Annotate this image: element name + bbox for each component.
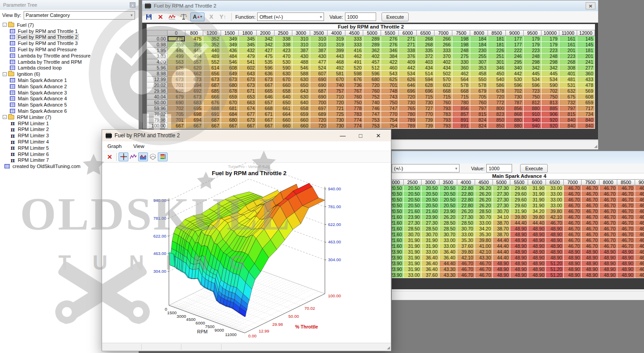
close-icon[interactable]: ❌︎ bbox=[586, 2, 595, 9]
column-header[interactable]: 11000 bbox=[559, 30, 577, 36]
table-cell[interactable]: 23.90 bbox=[391, 249, 403, 255]
table-cell[interactable]: 723 bbox=[523, 88, 541, 94]
table-cell[interactable]: 33.00 bbox=[546, 197, 564, 203]
table-cell[interactable]: 31.90 bbox=[421, 243, 439, 249]
column-header[interactable]: 8500 bbox=[617, 180, 635, 185]
table-cell[interactable]: 628 bbox=[417, 82, 435, 88]
table-cell[interactable]: 46.70 bbox=[599, 220, 617, 226]
column-header[interactable]: 4500 bbox=[475, 180, 492, 185]
table-cell[interactable]: 780 bbox=[452, 100, 470, 106]
table-cell[interactable]: 646 bbox=[399, 82, 417, 88]
table-cell[interactable]: 48.90 bbox=[546, 255, 564, 261]
row-header[interactable]: 5.96 bbox=[147, 65, 168, 71]
table-cell[interactable]: 20.50 bbox=[421, 197, 439, 203]
table-cell[interactable]: 301 bbox=[488, 59, 506, 65]
table-cell[interactable]: 746 bbox=[363, 106, 381, 111]
table-cell[interactable]: 340 bbox=[506, 65, 524, 71]
table-cell[interactable]: 48.90 bbox=[510, 267, 528, 272]
table-cell[interactable]: 535 bbox=[256, 59, 274, 65]
table-cell[interactable]: 650 bbox=[274, 100, 292, 106]
tree-item[interactable]: πRPM Limiter 1 bbox=[0, 120, 139, 127]
table-cell[interactable]: 684 bbox=[221, 111, 238, 117]
table-cell[interactable]: 546 bbox=[221, 59, 238, 65]
table-cell[interactable]: 813 bbox=[541, 100, 559, 106]
table-cell[interactable]: 226 bbox=[488, 48, 506, 53]
table-cell[interactable]: 739 bbox=[417, 123, 435, 129]
table-cell[interactable]: 20.50 bbox=[403, 197, 421, 203]
table-cell[interactable]: 740 bbox=[328, 82, 345, 88]
table-cell[interactable]: 659 bbox=[577, 100, 595, 106]
table-cell[interactable]: 46.70 bbox=[564, 209, 582, 214]
table-cell[interactable]: 46.70 bbox=[582, 226, 599, 232]
table-cell[interactable]: 673 bbox=[185, 94, 203, 100]
table-cell[interactable]: 689 bbox=[310, 111, 328, 117]
table-cell[interactable]: 680 bbox=[363, 77, 381, 82]
table-cell[interactable]: 691 bbox=[203, 111, 221, 117]
table-cell[interactable]: 181 bbox=[488, 36, 506, 42]
column-header[interactable]: 7500 bbox=[582, 180, 599, 185]
table-cell[interactable]: 46.70 bbox=[635, 261, 644, 267]
table-cell[interactable]: 479 bbox=[238, 53, 256, 59]
table-cell[interactable]: 399 bbox=[328, 48, 345, 53]
table-cell[interactable]: 667 bbox=[238, 123, 256, 129]
tree-item[interactable]: Fuel by RPM and Throttle 3 bbox=[0, 40, 139, 46]
table-cell[interactable]: 29.60 bbox=[510, 185, 528, 191]
table-cell[interactable]: 20.50 bbox=[403, 191, 421, 197]
table-cell[interactable]: 22.80 bbox=[457, 185, 475, 191]
table-cell[interactable]: 857 bbox=[452, 111, 470, 117]
table-cell[interactable]: 416 bbox=[345, 48, 363, 53]
table-cell[interactable]: 445 bbox=[185, 48, 203, 53]
row-header[interactable]: 8.98 bbox=[147, 71, 168, 77]
table-cell[interactable]: 33.00 bbox=[475, 220, 492, 226]
table-cell[interactable]: 732 bbox=[559, 100, 577, 106]
table-cell[interactable]: 543 bbox=[381, 71, 399, 77]
table-cell[interactable]: 27.30 bbox=[492, 197, 510, 203]
table-cell[interactable]: 747 bbox=[363, 111, 381, 117]
table-cell[interactable]: 34.20 bbox=[528, 209, 546, 214]
table-cell[interactable]: 48.90 bbox=[564, 255, 582, 261]
table-cell[interactable]: 750 bbox=[541, 94, 559, 100]
table-cell[interactable]: 625 bbox=[381, 77, 399, 82]
table-cell[interactable]: 36.40 bbox=[421, 267, 439, 272]
table-cell[interactable]: 46.70 bbox=[635, 209, 644, 214]
table-cell[interactable]: 307 bbox=[470, 59, 488, 65]
table-cell[interactable]: 626 bbox=[167, 65, 185, 71]
table-cell[interactable]: 531 bbox=[559, 82, 577, 88]
table-cell[interactable]: 298 bbox=[523, 59, 541, 65]
column-header[interactable]: 2000 bbox=[391, 180, 403, 185]
row-header[interactable]: 29.98 bbox=[147, 88, 168, 94]
table-cell[interactable]: 530 bbox=[274, 59, 292, 65]
column-header[interactable]: 8000 bbox=[599, 180, 617, 185]
waveform-icon[interactable] bbox=[167, 12, 177, 21]
table-cell[interactable]: 727 bbox=[417, 106, 435, 111]
table-cell[interactable]: 702 bbox=[541, 88, 559, 94]
table-cell[interactable]: 868 bbox=[506, 111, 524, 117]
table-cell[interactable]: 432 bbox=[238, 48, 256, 53]
table-cell[interactable]: 268 bbox=[417, 42, 435, 48]
column-header[interactable]: 4000 bbox=[328, 30, 345, 36]
table-cell[interactable]: 715 bbox=[435, 94, 452, 100]
table-cell[interactable]: 840 bbox=[577, 117, 595, 123]
table-cell[interactable]: 23.90 bbox=[403, 214, 421, 220]
table-cell[interactable]: 268 bbox=[559, 59, 577, 65]
table-cell[interactable]: 767 bbox=[345, 88, 363, 94]
table-cell[interactable]: 475 bbox=[256, 53, 274, 59]
table-cell[interactable]: 27.30 bbox=[457, 214, 475, 220]
table-cell[interactable]: 694 bbox=[185, 117, 203, 123]
table-cell[interactable]: 46.70 bbox=[599, 191, 617, 197]
table-cell[interactable]: 145 bbox=[577, 36, 595, 42]
table-cell[interactable]: 403 bbox=[417, 59, 435, 65]
table-cell[interactable]: 27.30 bbox=[492, 185, 510, 191]
table-cell[interactable]: 660 bbox=[274, 123, 292, 129]
table-cell[interactable]: 46.70 bbox=[475, 272, 492, 278]
table-cell[interactable]: 48.90 bbox=[582, 261, 599, 267]
table-cell[interactable]: 679 bbox=[470, 88, 488, 94]
table-cell[interactable]: 401 bbox=[559, 71, 577, 77]
table-cell[interactable]: 28.50 bbox=[439, 226, 457, 232]
table-cell[interactable]: 46.70 bbox=[635, 272, 644, 278]
table-cell[interactable]: 668 bbox=[256, 106, 274, 111]
table-cell[interactable]: 46.70 bbox=[564, 232, 582, 238]
table-cell[interactable]: 494 bbox=[185, 53, 203, 59]
table-cell[interactable]: 46.70 bbox=[599, 226, 617, 232]
column-header[interactable]: 7000 bbox=[564, 180, 582, 185]
